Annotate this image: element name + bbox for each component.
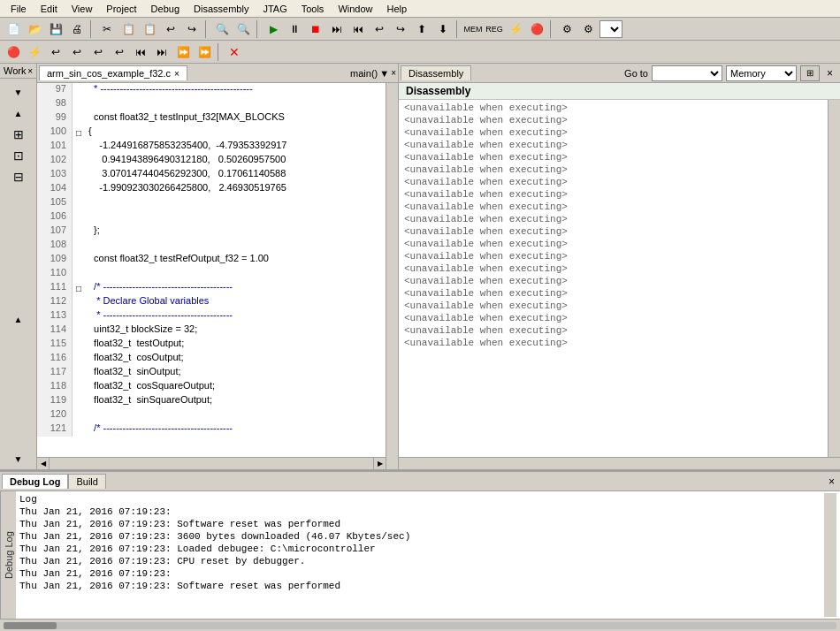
menu-window[interactable]: Window [331,2,379,16]
debug-flash-btn[interactable]: ⚡ [25,42,44,62]
list-item: Thu Jan 21, 2016 07:19:23: Software rese… [19,580,824,592]
tab-debug-log[interactable]: Debug Log [2,474,68,489]
hscroll-right-btn[interactable]: ▶ [373,458,386,469]
table-row: 112 * Declare Global variables [37,295,386,309]
debug-ff1-btn[interactable]: ⏩ [173,42,193,62]
editor-tab-file[interactable]: arm_sin_cos_example_f32.c × [39,65,187,80]
line-code: const float32_t testInput_f32[MAX_BLOCKS [85,111,386,125]
log-text-area[interactable]: LogThu Jan 21, 2016 07:19:23:Thu Jan 21,… [19,493,824,617]
line-number: 103 [37,168,73,182]
run-button[interactable]: ▶ [263,19,283,39]
mem-btn2[interactable]: REG [485,19,504,39]
find-button[interactable]: 🔍 [212,19,232,39]
table-row: 115 float32_t testOutput; [37,338,386,352]
flash-button[interactable]: ⚡ [506,19,525,39]
log-hscroll [0,619,840,631]
line-code: }; [85,224,386,239]
debug-back1-btn[interactable]: ↩ [46,42,65,62]
table-row: 108 [37,239,386,253]
log-close-btn[interactable]: × [825,475,838,488]
paste-button[interactable]: 📋 [140,19,159,39]
mem-btn1[interactable]: MEM [463,19,483,39]
settings-button1[interactable]: ⚙ [557,19,577,39]
debug-close-btn[interactable]: ✕ [225,42,244,62]
line-code: uint32_t blockSize = 32; [85,323,386,338]
editor-tab-close[interactable]: × [174,69,179,79]
disasm-content[interactable]: <unavailable when executing><unavailable… [399,100,828,457]
line-indicator [73,422,85,437]
line-number: 119 [37,394,73,408]
log-scrollbar[interactable] [824,493,836,617]
code-scroll[interactable]: 97 * -----------------------------------… [37,83,386,457]
work-view-btn[interactable]: ⊡ [7,146,30,165]
editor-vscroll[interactable] [386,83,398,469]
work-collapse-btn[interactable]: ▲ [7,103,30,123]
step-into-button[interactable]: ⏮ [348,19,368,39]
disasm-close-btn[interactable]: × [823,67,836,80]
debug-next-btn[interactable]: ⏭ [152,42,172,62]
debug-back3-btn[interactable]: ↩ [88,42,108,62]
menu-edit[interactable]: Edit [34,2,65,16]
hscroll-left-btn[interactable]: ◀ [37,458,50,469]
editor-func-close[interactable]: × [391,68,396,78]
menu-disassembly[interactable]: Disassembly [187,2,256,16]
work-remove-btn[interactable]: ⊟ [7,167,30,186]
editor-func-arrow[interactable]: ▼ [379,68,389,79]
next-button[interactable]: ↪ [391,19,410,39]
tab-build[interactable]: Build [68,474,105,489]
line-number: 105 [37,196,73,210]
step-over-button[interactable]: ⏭ [327,19,347,39]
menu-jtag[interactable]: JTAG [256,2,294,16]
down-button[interactable]: ⬇ [433,19,453,39]
debug-back4-btn[interactable]: ↩ [110,42,129,62]
debug-prev-btn[interactable]: ⏮ [131,42,150,62]
save-button[interactable]: 💾 [46,19,65,39]
hscroll-track[interactable] [50,458,373,469]
breakpoint-button[interactable]: 🔴 [527,19,546,39]
debug-ff2-btn[interactable]: ⏩ [195,42,214,62]
menu-bar: File Edit View Project Debug Disassembly… [0,0,840,18]
settings-button2[interactable]: ⚙ [578,19,598,39]
table-row: 117 float32_t sinOutput; [37,366,386,380]
menu-help[interactable]: Help [380,2,415,16]
menu-project[interactable]: Project [99,2,143,16]
work-expand-btn[interactable]: ▼ [7,82,30,102]
table-row: 101 -1.244916875853235400, -4.7935339291… [37,140,386,154]
menu-tools[interactable]: Tools [294,2,332,16]
print-button[interactable]: 🖨 [67,19,87,39]
log-hscroll-track[interactable] [4,622,836,629]
find-next-button[interactable]: 🔍 [233,19,253,39]
side-arrow-up[interactable]: ▲ [7,312,30,326]
pause-button[interactable]: ⏸ [285,19,304,39]
work-tab-close[interactable]: × [27,66,33,76]
disasm-hscroll-track[interactable] [399,458,840,469]
log-hscroll-thumb[interactable] [4,622,57,629]
debug-red-btn[interactable]: 🔴 [4,42,23,62]
disasm-vscroll[interactable] [828,100,840,457]
line-indicator [73,253,85,267]
list-item: Thu Jan 21, 2016 07:19:23: [19,567,824,580]
step-out-button[interactable]: ↩ [370,19,389,39]
line-code [85,210,386,224]
menu-view[interactable]: View [65,2,100,16]
memory-select[interactable]: Memory [726,65,797,81]
disasm-tab[interactable]: Disassembly [401,65,471,80]
side-arrow-down[interactable]: ▼ [7,452,30,466]
debug-back2-btn[interactable]: ↩ [67,42,87,62]
copy-button[interactable]: 📋 [118,19,138,39]
menu-file[interactable]: File [4,2,34,16]
undo-button[interactable]: ↩ [161,19,180,39]
disasm-grid-btn[interactable]: ⊞ [800,65,820,81]
table-row: 116 float32_t cosOutput; [37,352,386,366]
top-pane: Work × ▼ ▲ ⊞ ⊡ ⊟ ▲ ▼ [0,64,840,472]
target-select[interactable] [599,20,622,38]
stop-button[interactable]: ⏹ [306,19,325,39]
cut-button[interactable]: ✂ [97,19,117,39]
work-add-btn[interactable]: ⊞ [7,125,30,144]
redo-button[interactable]: ↪ [182,19,202,39]
menu-debug[interactable]: Debug [144,2,187,16]
open-button[interactable]: 📂 [25,19,44,39]
up-button[interactable]: ⬆ [412,19,431,39]
goto-select[interactable] [652,65,722,81]
new-file-button[interactable]: 📄 [4,19,23,39]
